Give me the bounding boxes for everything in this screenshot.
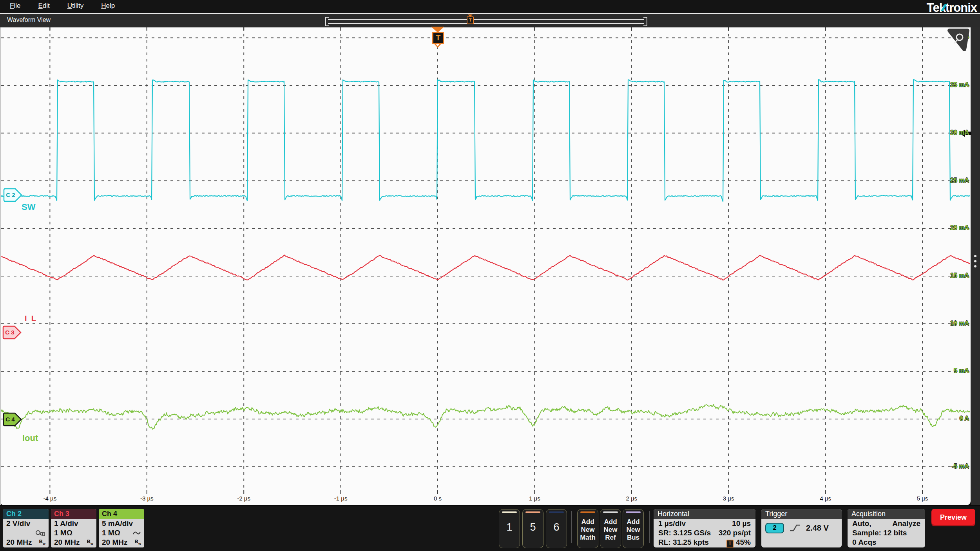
channel-scale: 2 V/div xyxy=(3,519,49,528)
rising-edge-icon xyxy=(790,524,801,532)
bandwidth-limit-icon: Bw xyxy=(39,537,45,547)
divider xyxy=(571,511,572,543)
add-new-bus-button[interactable]: AddNewBus xyxy=(623,509,644,548)
scroll-handle-dot[interactable] xyxy=(974,265,976,267)
y-axis-tick-label: 35 mA xyxy=(938,81,969,89)
preview-button[interactable]: Preview xyxy=(931,509,975,526)
y-axis-tick-label: 25 mA xyxy=(938,177,969,184)
add-new-math-button[interactable]: AddNewMath xyxy=(577,509,598,548)
channel-tag-label: C 3 xyxy=(2,329,17,336)
scroll-handle-dot[interactable] xyxy=(974,255,976,257)
menu-item-utility[interactable]: Utility xyxy=(67,2,84,10)
x-axis-tick-label: -4 µs xyxy=(43,495,57,502)
bandwidth-limit-icon: Bw xyxy=(87,537,93,547)
acquisition-analyze: Analyze xyxy=(892,519,920,528)
horizontal-panel[interactable]: Horizontal 1 µs/div 10 µs SR: 3.125 GS/s… xyxy=(654,509,755,547)
x-axis-tick-label: -2 µs xyxy=(237,495,250,502)
trigger-level: 2.48 V xyxy=(806,524,829,533)
x-axis-tick-label: 5 µs xyxy=(917,495,928,502)
horizontal-scale: 1 µs/div xyxy=(658,519,686,528)
x-axis-tick-label: 3 µs xyxy=(723,495,734,502)
channel-tag-label: C 4 xyxy=(3,416,18,423)
y-axis-tick-label: 5 mA xyxy=(938,367,969,374)
x-axis-tick-label: -3 µs xyxy=(140,495,154,502)
right-scroll-strip[interactable] xyxy=(971,27,980,505)
horizontal-panel-title: Horizontal xyxy=(654,509,755,519)
record-length: RL: 31.25 kpts xyxy=(658,538,709,547)
trigger-panel-title: Trigger xyxy=(761,509,842,519)
acquisition-mode: Auto, xyxy=(852,519,871,528)
y-axis-tick-label: 10 mA xyxy=(938,320,969,327)
trigger-source-badge: 2 xyxy=(765,523,784,533)
y-axis-tick-label: 30 mA xyxy=(938,129,969,136)
wave-label-iout: Iout xyxy=(22,433,38,443)
window-border-line xyxy=(0,13,980,14)
x-axis-tick-label: 4 µs xyxy=(820,495,831,502)
trigger-position-marker[interactable]: T xyxy=(431,27,445,49)
logo-text: Tektronix xyxy=(927,1,977,14)
record-overview-bar[interactable]: T xyxy=(325,16,647,26)
horizontal-position: T45% xyxy=(726,538,751,547)
add-new-ref-button[interactable]: AddNewRef xyxy=(600,509,621,548)
scope-button-1[interactable]: 1 xyxy=(499,509,520,548)
x-axis-tick-label: 2 µs xyxy=(626,495,637,502)
channel-scale: 1 A/div xyxy=(51,519,96,528)
graticule-area xyxy=(0,27,971,505)
menu-item-help[interactable]: Help xyxy=(101,2,115,10)
sample-rate: SR: 3.125 GS/s xyxy=(658,528,711,538)
channel-tag-c3[interactable]: C 3 xyxy=(2,325,22,340)
tektronix-logo: Tektronix xyxy=(927,1,977,15)
horizontal-window: 10 µs xyxy=(732,519,751,528)
acquisition-panel-title: Acquisition xyxy=(848,509,925,519)
menu-item-file[interactable]: File xyxy=(10,2,20,10)
channel-impedance: 1 MΩ xyxy=(99,528,144,538)
menu-bar: FileEditUtilityHelp xyxy=(0,0,980,13)
waveform-view-title-bar: Waveform View T xyxy=(0,14,980,27)
channel-tag-c4[interactable]: C 4 xyxy=(3,412,22,426)
y-axis-tick-label: 0 A xyxy=(938,415,969,422)
trigger-t-icon: T xyxy=(432,32,444,44)
scope-button-5[interactable]: 5 xyxy=(522,509,543,548)
channel-impedance xyxy=(3,528,49,538)
channel-badge-header: Ch 3 xyxy=(51,509,96,519)
channel-bandwidth: 20 MHzBw xyxy=(99,538,144,547)
acquisition-count: 0 Acqs xyxy=(852,538,877,547)
channel-badge-3[interactable]: Ch 31 A/div1 MΩ20 MHzBw xyxy=(51,509,96,547)
channel-bandwidth: 20 MHzBw xyxy=(51,538,96,547)
channel-badge-header: Ch 2 xyxy=(3,509,49,519)
zoom-controls-icon[interactable] xyxy=(946,28,973,52)
x-axis-tick-label: 1 µs xyxy=(529,495,540,502)
scope-button-6[interactable]: 6 xyxy=(546,509,567,548)
zoom-window-right-bracket[interactable] xyxy=(643,17,647,26)
oscilloscope-app: FileEditUtilityHelp Tektronix Waveform V… xyxy=(0,0,980,551)
divider xyxy=(649,511,650,543)
trigger-tail-inner xyxy=(436,44,440,46)
channel-tag-label: C 2 xyxy=(3,191,18,198)
sine-icon xyxy=(132,530,141,536)
trigger-flag-icon: T xyxy=(726,540,734,547)
channel-bandwidth: 20 MHzBw xyxy=(3,538,49,547)
channel-badge-header: Ch 4 xyxy=(99,509,144,519)
bottom-control-bar: Ch 22 V/div20 MHzBwCh 31 A/div1 MΩ20 MHz… xyxy=(0,506,980,551)
scroll-handle-dot[interactable] xyxy=(974,260,976,262)
channel-badge-4[interactable]: Ch 45 mA/div1 MΩ20 MHzBw xyxy=(99,509,144,547)
wave-label-sw: SW xyxy=(22,202,35,212)
minimap-trigger-t-icon: T xyxy=(467,16,474,24)
channel-impedance: 1 MΩ xyxy=(51,528,96,538)
bandwidth-limit-icon: Bw xyxy=(135,537,141,547)
minimap-trigger-marker[interactable]: T xyxy=(467,14,474,26)
channel-scale: 5 mA/div xyxy=(99,519,144,528)
view-title: Waveform View xyxy=(7,16,51,23)
acquisition-panel[interactable]: Acquisition Auto, Analyze Sample: 12 bit… xyxy=(848,509,925,547)
y-axis-tick-label: 20 mA xyxy=(938,224,969,231)
channel-badge-2[interactable]: Ch 22 V/div20 MHzBw xyxy=(3,509,49,547)
acquisition-sample: Sample: 12 bits xyxy=(852,528,907,538)
x-axis-tick-label: -1 µs xyxy=(334,495,348,502)
x-axis-tick-label: 0 s xyxy=(434,495,442,502)
trigger-panel[interactable]: Trigger 2 2.48 V xyxy=(761,509,842,547)
graticule-left-border xyxy=(0,27,1,505)
menu-item-edit[interactable]: Edit xyxy=(38,2,49,10)
resolution: 320 ps/pt xyxy=(719,528,751,538)
y-axis-tick-label: 15 mA xyxy=(938,272,969,279)
channel-tag-c2[interactable]: C 2 xyxy=(3,188,23,202)
